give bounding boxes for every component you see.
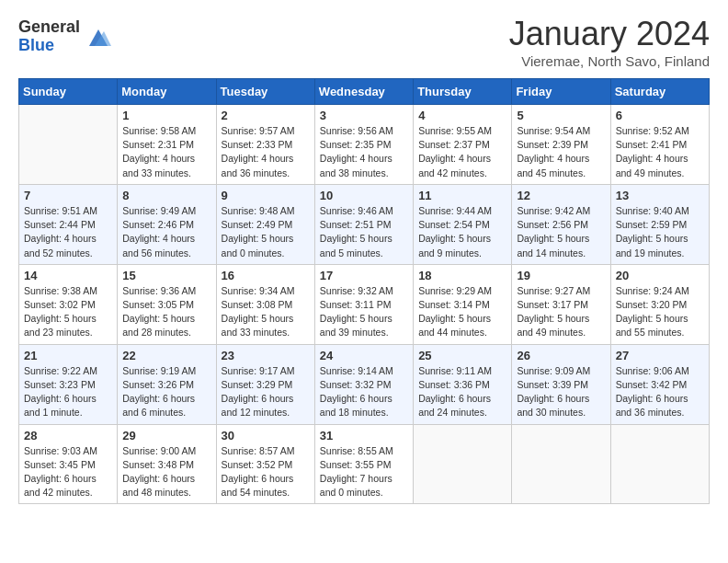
weekday-header-saturday: Saturday (610, 79, 709, 105)
weekday-header-sunday: Sunday (19, 79, 118, 105)
day-number: 9 (222, 189, 310, 202)
weekday-header-monday: Monday (118, 79, 216, 105)
day-number: 16 (222, 269, 310, 282)
calendar-cell: 23Sunrise: 9:17 AM Sunset: 3:29 PM Dayli… (216, 344, 314, 424)
day-number: 20 (616, 269, 704, 282)
logo-blue-text: Blue (18, 37, 80, 55)
calendar-cell: 28Sunrise: 9:03 AM Sunset: 3:45 PM Dayli… (19, 424, 118, 504)
calendar-cell: 4Sunrise: 9:55 AM Sunset: 2:37 PM Daylig… (414, 105, 512, 185)
day-number: 21 (24, 349, 112, 362)
day-number: 26 (517, 349, 605, 362)
calendar-cell: 29Sunrise: 9:00 AM Sunset: 3:48 PM Dayli… (118, 424, 216, 504)
day-number: 8 (122, 189, 210, 202)
calendar-cell: 8Sunrise: 9:49 AM Sunset: 2:46 PM Daylig… (118, 184, 216, 264)
calendar-cell: 15Sunrise: 9:36 AM Sunset: 3:05 PM Dayli… (118, 264, 216, 344)
day-info: Sunrise: 9:27 AM Sunset: 3:17 PM Dayligh… (517, 284, 605, 340)
day-number: 14 (24, 269, 112, 282)
day-info: Sunrise: 9:54 AM Sunset: 2:39 PM Dayligh… (517, 124, 605, 180)
day-info: Sunrise: 9:00 AM Sunset: 3:48 PM Dayligh… (122, 444, 210, 500)
logo: General Blue (18, 18, 111, 55)
day-info: Sunrise: 9:11 AM Sunset: 3:36 PM Dayligh… (418, 364, 506, 420)
day-info: Sunrise: 9:22 AM Sunset: 3:23 PM Dayligh… (24, 364, 112, 420)
calendar-cell: 11Sunrise: 9:44 AM Sunset: 2:54 PM Dayli… (414, 184, 512, 264)
weekday-header-tuesday: Tuesday (216, 79, 314, 105)
day-number: 6 (616, 109, 704, 122)
day-info: Sunrise: 9:55 AM Sunset: 2:37 PM Dayligh… (418, 124, 506, 180)
day-info: Sunrise: 9:51 AM Sunset: 2:44 PM Dayligh… (24, 204, 112, 260)
logo-general-text: General (18, 18, 80, 37)
day-info: Sunrise: 9:09 AM Sunset: 3:39 PM Dayligh… (517, 364, 605, 420)
calendar-cell: 2Sunrise: 9:57 AM Sunset: 2:33 PM Daylig… (216, 105, 314, 185)
day-number: 18 (418, 269, 506, 282)
day-number: 31 (320, 429, 408, 442)
day-info: Sunrise: 9:06 AM Sunset: 3:42 PM Dayligh… (616, 364, 704, 420)
day-number: 30 (222, 429, 310, 442)
day-info: Sunrise: 9:52 AM Sunset: 2:41 PM Dayligh… (616, 124, 704, 180)
day-number: 25 (418, 349, 506, 362)
calendar-cell: 24Sunrise: 9:14 AM Sunset: 3:32 PM Dayli… (314, 344, 413, 424)
calendar-week-row: 28Sunrise: 9:03 AM Sunset: 3:45 PM Dayli… (19, 424, 710, 504)
day-number: 23 (222, 349, 310, 362)
day-info: Sunrise: 9:56 AM Sunset: 2:35 PM Dayligh… (320, 124, 408, 180)
calendar-cell: 7Sunrise: 9:51 AM Sunset: 2:44 PM Daylig… (19, 184, 118, 264)
calendar-cell: 25Sunrise: 9:11 AM Sunset: 3:36 PM Dayli… (414, 344, 512, 424)
day-number: 13 (616, 189, 704, 202)
calendar-cell: 21Sunrise: 9:22 AM Sunset: 3:23 PM Dayli… (19, 344, 118, 424)
day-number: 19 (517, 269, 605, 282)
calendar-cell: 1Sunrise: 9:58 AM Sunset: 2:31 PM Daylig… (118, 105, 216, 185)
day-number: 5 (517, 109, 605, 122)
weekday-header-friday: Friday (512, 79, 610, 105)
calendar-cell: 31Sunrise: 8:55 AM Sunset: 3:55 PM Dayli… (314, 424, 413, 504)
day-info: Sunrise: 9:17 AM Sunset: 3:29 PM Dayligh… (222, 364, 310, 420)
calendar-cell (19, 105, 118, 185)
day-info: Sunrise: 9:46 AM Sunset: 2:51 PM Dayligh… (320, 204, 408, 260)
day-info: Sunrise: 9:48 AM Sunset: 2:49 PM Dayligh… (222, 204, 310, 260)
day-info: Sunrise: 9:38 AM Sunset: 3:02 PM Dayligh… (24, 284, 112, 340)
calendar-cell: 6Sunrise: 9:52 AM Sunset: 2:41 PM Daylig… (610, 105, 709, 185)
day-number: 7 (24, 189, 112, 202)
calendar-cell: 14Sunrise: 9:38 AM Sunset: 3:02 PM Dayli… (19, 264, 118, 344)
day-number: 17 (320, 269, 408, 282)
calendar-cell (610, 424, 709, 504)
day-info: Sunrise: 9:14 AM Sunset: 3:32 PM Dayligh… (320, 364, 408, 420)
day-info: Sunrise: 9:42 AM Sunset: 2:56 PM Dayligh… (517, 204, 605, 260)
day-info: Sunrise: 9:58 AM Sunset: 2:31 PM Dayligh… (122, 124, 210, 180)
calendar-table: SundayMondayTuesdayWednesdayThursdayFrid… (18, 78, 710, 504)
location-subtitle: Vieremae, North Savo, Finland (509, 53, 710, 69)
day-number: 3 (320, 109, 408, 122)
day-info: Sunrise: 9:44 AM Sunset: 2:54 PM Dayligh… (418, 204, 506, 260)
calendar-week-row: 1Sunrise: 9:58 AM Sunset: 2:31 PM Daylig… (19, 105, 710, 185)
day-number: 24 (320, 349, 408, 362)
logo-icon (85, 24, 111, 50)
day-number: 28 (24, 429, 112, 442)
title-area: January 2024 Vieremae, North Savo, Finla… (509, 15, 710, 69)
calendar-cell: 27Sunrise: 9:06 AM Sunset: 3:42 PM Dayli… (610, 344, 709, 424)
day-number: 12 (517, 189, 605, 202)
day-info: Sunrise: 8:57 AM Sunset: 3:52 PM Dayligh… (222, 444, 310, 500)
day-number: 1 (122, 109, 210, 122)
day-info: Sunrise: 9:40 AM Sunset: 2:59 PM Dayligh… (616, 204, 704, 260)
month-year-title: January 2024 (509, 15, 710, 53)
day-info: Sunrise: 9:32 AM Sunset: 3:11 PM Dayligh… (320, 284, 408, 340)
calendar-cell: 19Sunrise: 9:27 AM Sunset: 3:17 PM Dayli… (512, 264, 610, 344)
day-info: Sunrise: 9:19 AM Sunset: 3:26 PM Dayligh… (122, 364, 210, 420)
day-info: Sunrise: 9:24 AM Sunset: 3:20 PM Dayligh… (616, 284, 704, 340)
calendar-cell: 20Sunrise: 9:24 AM Sunset: 3:20 PM Dayli… (610, 264, 709, 344)
day-info: Sunrise: 9:29 AM Sunset: 3:14 PM Dayligh… (418, 284, 506, 340)
weekday-header-wednesday: Wednesday (314, 79, 413, 105)
weekday-header-thursday: Thursday (414, 79, 512, 105)
calendar-cell (512, 424, 610, 504)
calendar-cell: 9Sunrise: 9:48 AM Sunset: 2:49 PM Daylig… (216, 184, 314, 264)
calendar-week-row: 21Sunrise: 9:22 AM Sunset: 3:23 PM Dayli… (19, 344, 710, 424)
day-number: 10 (320, 189, 408, 202)
day-info: Sunrise: 9:57 AM Sunset: 2:33 PM Dayligh… (222, 124, 310, 180)
calendar-cell: 5Sunrise: 9:54 AM Sunset: 2:39 PM Daylig… (512, 105, 610, 185)
day-info: Sunrise: 8:55 AM Sunset: 3:55 PM Dayligh… (320, 444, 408, 500)
calendar-cell: 10Sunrise: 9:46 AM Sunset: 2:51 PM Dayli… (314, 184, 413, 264)
weekday-header-row: SundayMondayTuesdayWednesdayThursdayFrid… (19, 79, 710, 105)
calendar-cell: 12Sunrise: 9:42 AM Sunset: 2:56 PM Dayli… (512, 184, 610, 264)
day-number: 15 (122, 269, 210, 282)
day-number: 2 (222, 109, 310, 122)
header: General Blue January 2024 Vieremae, Nort… (18, 15, 710, 69)
day-info: Sunrise: 9:36 AM Sunset: 3:05 PM Dayligh… (122, 284, 210, 340)
